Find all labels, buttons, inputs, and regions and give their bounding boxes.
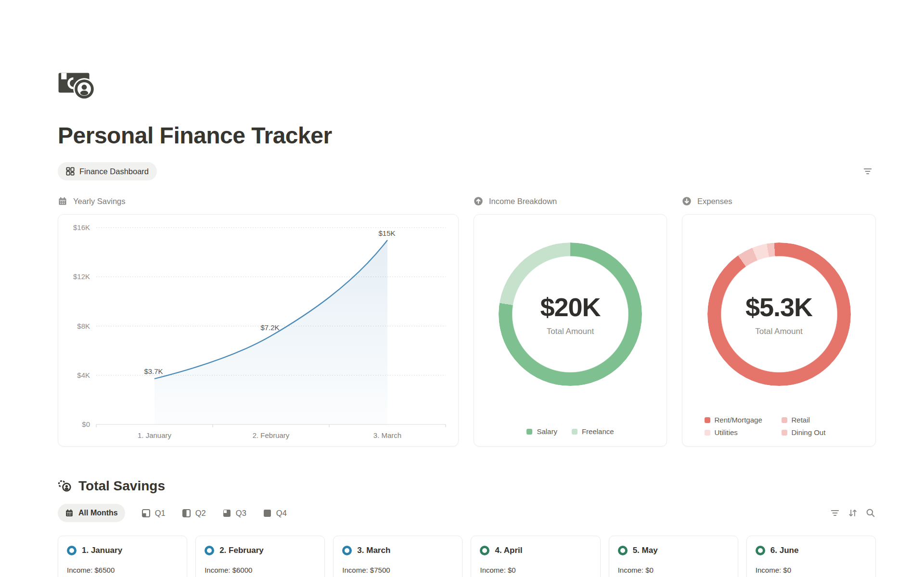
expenses-donut-chart: $5.3K Total Amount	[707, 243, 851, 386]
expenses-legend: Rent/Mortgage Retail Utilities Dining Ou…	[705, 416, 854, 436]
search-icon[interactable]	[865, 508, 876, 518]
chart-cards-row: $16K $12K $8K $4K $0 1. January 2. Febru…	[58, 214, 876, 447]
month-card-title: 5. May	[618, 546, 729, 555]
point-label: $15K	[378, 229, 395, 237]
y-tick: $4K	[77, 371, 90, 379]
month-cards-row: 1. January Income: $6500 2. February Inc…	[58, 536, 876, 577]
month-card-title: 3. March	[342, 546, 453, 555]
month-name: 5. May	[633, 546, 658, 555]
month-ring-icon	[618, 546, 628, 555]
page-content: Personal Finance Tracker Finance Dashboa…	[58, 0, 876, 577]
chart-titles-row: Yearly Savings Income Breakdown Expenses	[58, 196, 876, 206]
quarter-3-icon	[222, 509, 231, 518]
y-tick: $0	[82, 420, 90, 428]
expenses-donut-ring	[707, 243, 851, 386]
quarter-1-icon	[141, 509, 151, 518]
month-card-march[interactable]: 3. March Income: $7500	[333, 536, 462, 577]
dashboard-grid-icon	[66, 167, 75, 176]
section-title-expenses: Expenses	[682, 196, 876, 206]
filter-label: All Months	[78, 509, 118, 517]
month-ring-icon	[205, 546, 214, 555]
legend-item-utilities: Utilities	[705, 428, 782, 436]
month-income: Income: $0	[618, 566, 729, 574]
month-card-june[interactable]: 6. June Income: $0	[746, 536, 876, 577]
legend-item-freelance: Freelance	[572, 427, 614, 436]
y-tick: $16K	[73, 223, 90, 231]
month-name: 2. February	[219, 546, 264, 555]
line-chart-area	[154, 240, 387, 424]
view-tabs-row: Finance Dashboard	[58, 162, 876, 180]
legend-swatch-freelance	[572, 429, 578, 435]
month-name: 6. June	[770, 546, 799, 555]
sort-icon[interactable]	[847, 508, 858, 518]
section-title-yearly-savings: Yearly Savings	[58, 196, 459, 206]
month-name: 1. January	[82, 546, 122, 555]
month-filters: All Months Q1 Q2	[58, 504, 287, 522]
filter-icon[interactable]	[862, 166, 873, 177]
legend-item-salary: Salary	[526, 427, 557, 436]
filter-q4[interactable]: Q4	[263, 509, 287, 518]
month-income: Income: $0	[480, 566, 591, 574]
filter-label: Q3	[236, 509, 246, 518]
total-savings-title: Total Savings	[78, 478, 165, 494]
coins-icon	[58, 480, 72, 492]
filter-q3[interactable]: Q3	[222, 509, 246, 518]
month-card-title: 6. June	[756, 546, 867, 555]
x-tick: 3. March	[373, 431, 401, 439]
toolbar-icons	[830, 508, 876, 518]
month-ring-icon	[480, 546, 489, 555]
filter-q1[interactable]: Q1	[141, 509, 166, 518]
income-breakdown-chart-card: $20K Total Amount Salary Freelance	[474, 214, 667, 447]
filter-q2[interactable]: Q2	[182, 509, 206, 518]
arrow-up-circle-icon	[474, 196, 483, 206]
total-savings-toolbar: All Months Q1 Q2	[58, 504, 876, 522]
filter-all-months[interactable]: All Months	[58, 504, 125, 522]
x-tick: 2. February	[253, 431, 290, 439]
legend-label: Salary	[537, 427, 557, 436]
month-card-may[interactable]: 5. May Income: $0	[609, 536, 738, 577]
x-tick: 1. January	[138, 431, 172, 439]
yearly-savings-chart-card: $16K $12K $8K $4K $0 1. January 2. Febru…	[58, 214, 459, 447]
legend-item-dining: Dining Out	[782, 428, 854, 436]
income-donut-chart: $20K Total Amount	[499, 243, 642, 386]
point-label: $3.7K	[144, 367, 163, 375]
quarter-4-icon	[263, 509, 272, 518]
y-tick: $12K	[73, 272, 90, 281]
legend-label: Utilities	[715, 428, 738, 436]
money-coin-page-icon	[58, 67, 97, 101]
filter-label: Q1	[155, 509, 166, 518]
legend-swatch-dining	[782, 430, 787, 436]
legend-swatch-salary	[526, 429, 532, 435]
calendar-icon	[65, 509, 74, 517]
y-tick: $8K	[77, 322, 90, 330]
filter-label: Q2	[195, 509, 206, 518]
legend-swatch-retail	[782, 417, 787, 423]
month-ring-icon	[67, 546, 77, 555]
section-title-label: Income Breakdown	[489, 197, 557, 206]
month-card-february[interactable]: 2. February Income: $6000	[195, 536, 325, 577]
arrow-down-circle-icon	[682, 196, 692, 206]
month-income: Income: $6500	[67, 566, 178, 574]
legend-label: Dining Out	[792, 428, 826, 436]
month-card-title: 1. January	[67, 546, 178, 555]
section-title-label: Expenses	[697, 197, 732, 206]
month-card-january[interactable]: 1. January Income: $6500	[58, 536, 187, 577]
month-income: Income: $7500	[342, 566, 453, 574]
legend-label: Freelance	[582, 427, 614, 436]
tab-finance-dashboard[interactable]: Finance Dashboard	[58, 162, 157, 180]
calendar-icon	[58, 196, 67, 206]
expenses-chart-card: $5.3K Total Amount Rent/Mortgage Retail …	[682, 214, 876, 447]
income-legend: Salary Freelance	[474, 427, 667, 436]
total-savings-heading: Total Savings	[58, 478, 876, 494]
month-ring-icon	[342, 546, 352, 555]
income-donut-ring	[499, 243, 642, 386]
legend-swatch-utilities	[705, 430, 710, 436]
legend-item-rent: Rent/Mortgage	[705, 416, 782, 424]
filter-icon[interactable]	[830, 508, 840, 518]
month-card-april[interactable]: 4. April Income: $0	[471, 536, 600, 577]
month-card-title: 2. February	[205, 546, 316, 555]
month-income: Income: $0	[756, 566, 867, 574]
legend-item-retail: Retail	[782, 416, 854, 424]
month-card-title: 4. April	[480, 546, 591, 555]
month-name: 3. March	[357, 546, 390, 555]
